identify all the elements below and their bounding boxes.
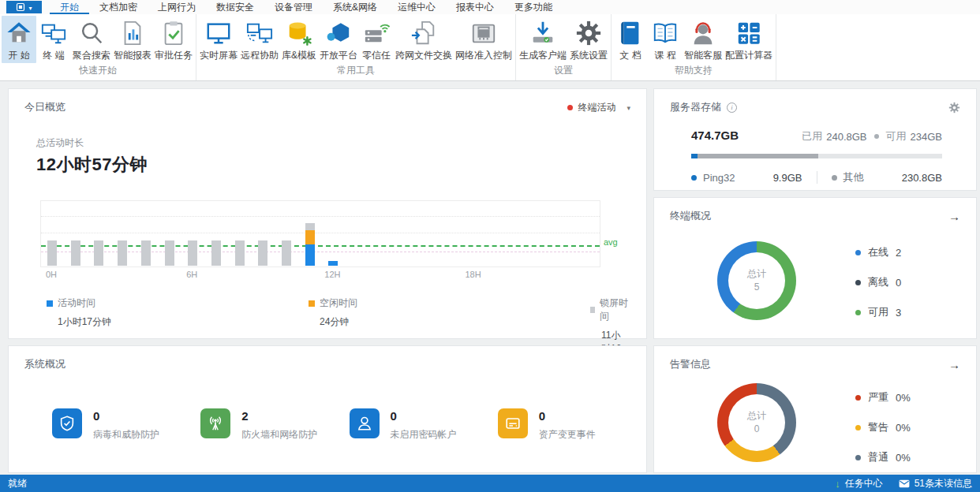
card-title: 终端概况 [670, 209, 711, 223]
menu-item-2[interactable]: 上网行为 [148, 0, 206, 14]
bar-segment [141, 240, 151, 266]
ribbon-button-course[interactable]: 课 程 [648, 16, 683, 63]
donut-legend-item: 警告0% [855, 420, 911, 434]
ribbon-button-doc-book[interactable]: 文 档 [613, 16, 648, 63]
ribbon-button-label: 开放平台 [320, 49, 357, 62]
system-stat-value: 0 [391, 409, 457, 423]
ribbon-button-platform[interactable]: 开放平台 [318, 16, 359, 63]
ribbon-button-label: 智能客服 [684, 49, 722, 62]
activity-plot-area [40, 200, 600, 267]
system-stats: 0病毒和威胁防护2防火墙和网络防护0未启用密码帐户0资产变更事件 [52, 408, 646, 442]
ribbon-button-search[interactable]: 聚合搜索 [71, 16, 112, 63]
legend-swatch [47, 300, 53, 307]
menu-item-1[interactable]: 文档加密 [89, 0, 148, 14]
alerts-card: 告警信息 总计0 严重0%警告0%普通0% [653, 345, 977, 473]
ribbon-button-client-gen[interactable]: 生成客户端 [518, 16, 568, 63]
ribbon-button-file-exchange[interactable]: 跨网文件交换 [394, 16, 454, 63]
chevron-down-icon [620, 102, 630, 113]
legend-value: 0% [896, 422, 911, 434]
system-stat-3: 0资产变更事件 [498, 408, 646, 442]
bar-segment [282, 240, 291, 266]
course-icon [652, 18, 679, 47]
ribbon-filler [776, 14, 980, 80]
ribbon-button-calculator[interactable]: 配置计算器 [724, 16, 774, 63]
legend-dot [855, 250, 861, 255]
menu-item-3[interactable]: 数据安全 [206, 0, 264, 14]
legend-value: 1小时17分钟 [58, 315, 111, 329]
dashboard: 今日概览 终端活动 总活动时长 12小时57分钟 0H6H12H18H avg … [0, 81, 980, 475]
menu-item-6[interactable]: 运维中心 [387, 0, 446, 14]
ribbon-button-gear[interactable]: 系统设置 [568, 16, 609, 63]
donut-legend-item: 严重0% [855, 390, 911, 404]
ribbon-button-label: 库&模板 [282, 49, 316, 62]
x-tick-label: 18H [462, 270, 485, 279]
legend-value: 9.9GB [773, 172, 802, 184]
activity-chart: 0H6H12H18H avg [40, 200, 640, 281]
filter-label: 终端活动 [578, 101, 615, 114]
ribbon-button-library[interactable]: 库&模板 [280, 16, 318, 63]
ribbon-group-3: 文 档课 程智能客服配置计算器帮助支持 [612, 14, 776, 80]
ribbon-button-approval[interactable]: 审批任务 [153, 16, 194, 63]
system-stat-text: 2防火墙和网络防护 [241, 408, 317, 442]
ribbon-button-zero-trust[interactable]: 零信任 [359, 16, 394, 63]
ribbon-button-label: 跨网文件交换 [395, 49, 452, 62]
activity-bar-hour-5 [165, 240, 174, 266]
ribbon-button-remote[interactable]: 远程协助 [239, 16, 280, 63]
donut-legend-item: 普通0% [855, 450, 911, 464]
gridline [41, 233, 600, 233]
chevron-down-icon [28, 2, 32, 13]
donut-legend-item: 在线2 [855, 245, 901, 259]
menu-item-8[interactable]: 更多功能 [504, 0, 563, 14]
legend-label: Ping32 [703, 172, 735, 184]
storage-total: 474.7GB [691, 129, 739, 142]
bar-segment [188, 240, 197, 266]
ribbon-button-nac[interactable]: 网络准入控制 [454, 16, 514, 63]
today-overview-card: 今日概览 终端活动 总活动时长 12小时57分钟 0H6H12H18H avg … [8, 88, 647, 339]
legend-dot [691, 175, 697, 181]
user-icon [350, 408, 380, 438]
activity-bar-hour-4 [141, 240, 151, 266]
calculator-icon [735, 18, 762, 47]
system-stat-value: 2 [241, 409, 317, 423]
ribbon-button-terminals[interactable]: 终 端 [36, 16, 71, 63]
legend-label: 其他 [843, 170, 864, 184]
donut-legend-item: 离线0 [855, 275, 901, 289]
ribbon-button-home[interactable]: 开 始 [2, 16, 36, 63]
total-activity-label: 总活动时长 [36, 136, 646, 150]
storage-settings-button[interactable] [948, 102, 960, 114]
arrow-right-icon[interactable] [948, 211, 960, 222]
card-title: 系统概况 [24, 357, 65, 371]
x-tick-label: 6H [180, 270, 204, 279]
ribbon-button-label: 审批任务 [155, 49, 193, 62]
legend-label: 离线 [868, 275, 888, 289]
ribbon-button-label: 智能报表 [114, 49, 151, 62]
donut-center: 总计5 [728, 252, 785, 309]
info-icon[interactable] [727, 102, 737, 113]
system-stat-label: 病毒和威胁防护 [93, 428, 159, 442]
legend-value: 0 [896, 277, 901, 289]
ribbon-button-screen[interactable]: 实时屏幕 [198, 16, 239, 63]
legend-value: 230.8GB [902, 172, 942, 184]
activity-legend-item: 空闲时间24分钟 [309, 296, 357, 329]
menu-item-7[interactable]: 报表中心 [446, 0, 504, 14]
ribbon-button-report[interactable]: 智能报表 [112, 16, 153, 63]
system-stat-2: 0未启用密码帐户 [350, 408, 498, 442]
app-logo-button[interactable] [6, 1, 42, 13]
dot-separator-icon [874, 134, 879, 139]
app-logo-icon [16, 2, 25, 12]
bar-segment [211, 240, 221, 266]
storage-legend-item: 其他230.8GB [832, 170, 943, 184]
terminal-activity-filter[interactable]: 终端活动 [567, 101, 630, 114]
legend-swatch [590, 307, 595, 313]
system-stat-label: 防火墙和网络防护 [241, 428, 317, 442]
menu-item-4[interactable]: 设备管理 [264, 0, 323, 14]
ribbon-button-support[interactable]: 智能客服 [683, 16, 724, 63]
approval-icon [160, 18, 187, 47]
bar-segment [118, 240, 127, 266]
menu-item-5[interactable]: 系统&网络 [323, 0, 387, 14]
menu-item-0[interactable]: 开始 [50, 0, 89, 14]
search-icon [78, 18, 105, 47]
card-title: 告警信息 [670, 357, 711, 371]
zero-trust-icon [363, 18, 390, 47]
arrow-right-icon[interactable] [948, 359, 960, 371]
